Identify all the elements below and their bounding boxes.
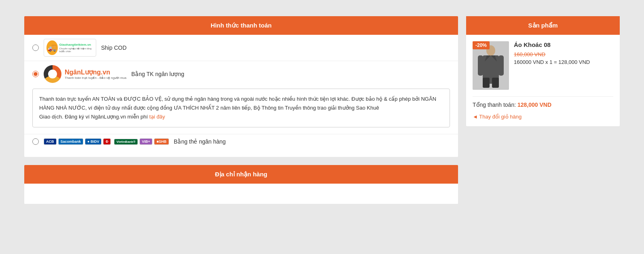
nganluong-brand-name: NgânLượng.vn (65, 68, 127, 76)
payment-radio-cod[interactable] (32, 44, 39, 51)
payment-header: Hình thức thanh toán (24, 16, 458, 35)
bank-label: Bằng thẻ ngân hàng (174, 138, 226, 145)
product-header: Sản phẩm (466, 16, 620, 35)
product-item: -20% (473, 41, 613, 90)
total-label: Tổng thanh toán: (473, 102, 516, 108)
payment-option-nganluong[interactable]: NgânLượng.vn Thanh toán trực tuyến - Bảo… (24, 61, 458, 87)
page-wrapper: Hình thức thanh toán 🚚 Giaohangtietkiem.… (0, 0, 644, 220)
nganluong-text: NgânLượng.vn Thanh toán trực tuyến - Bảo… (65, 68, 127, 80)
bank-logos-container: ACB Sacombank ● BIDV Đ VietinBank® VIB+ … (44, 138, 169, 145)
nganluong-description-text: Thanh toán trực tuyến AN TOÀN và ĐƯỢC BẢ… (39, 96, 436, 111)
address-header: Địa chỉ nhận hàng (24, 165, 458, 184)
svg-rect-4 (478, 55, 483, 76)
ghtk-icon: 🚚 (46, 40, 58, 55)
payment-option-bank[interactable]: ACB Sacombank ● BIDV Đ VietinBank® VIB+ … (24, 134, 458, 149)
change-cart-label: ◄ Thay đổi giỏ hàng (473, 114, 522, 120)
price-detail: 160000 VND x 1 = 128,000 VND (514, 59, 613, 65)
nganluong-register-link[interactable]: tại đây (149, 114, 165, 120)
address-body (24, 184, 458, 204)
payment-option-cod[interactable]: 🚚 Giaohangtietkiem.vn Chuyên nghiệp tiết… (24, 35, 458, 61)
nganluong-description-box: Thanh toán trực tuyến AN TOÀN và ĐƯỢC BẢ… (32, 89, 450, 127)
nganluong-circle-icon (44, 65, 61, 83)
address-card: Địa chỉ nhận hàng (24, 165, 458, 204)
svg-rect-5 (498, 55, 504, 76)
product-card: Sản phẩm -20% (466, 16, 620, 126)
svg-rect-6 (483, 78, 490, 88)
nganluong-tagline: Thanh toán trực tuyến - Bảo vệ người mua (65, 76, 127, 80)
right-panel: Sản phẩm -20% (466, 16, 620, 204)
payment-radio-bank[interactable] (32, 138, 39, 145)
bank-sacombank: Sacombank (58, 138, 84, 145)
discount-badge: -20% (473, 41, 490, 49)
product-info: Áo Khoác 08 160,000 VND 160000 VND x 1 =… (514, 41, 613, 65)
bank-dunno: Đ (103, 138, 111, 145)
bank-vib: VIB+ (139, 138, 152, 145)
nganluong-logo: NgânLượng.vn Thanh toán trực tuyến - Bảo… (44, 65, 127, 83)
bank-acb: ACB (44, 138, 57, 145)
payment-radio-nganluong[interactable] (32, 71, 39, 77)
product-name: Áo Khoác 08 (514, 41, 613, 48)
ghtk-brand: Giaohangtietkiem.vn (59, 43, 93, 47)
price-original: 160,000 VND (514, 51, 613, 57)
product-image-wrapper: -20% (473, 41, 509, 90)
svg-rect-7 (492, 78, 499, 88)
ghtk-logo: 🚚 Giaohangtietkiem.vn Chuyên nghiệp tiết… (44, 39, 96, 57)
bank-shb: ■SHB (154, 138, 169, 145)
left-panel: Hình thức thanh toán 🚚 Giaohangtietkiem.… (24, 16, 458, 204)
nganluong-label: Bằng TK ngân lượng (131, 71, 184, 77)
coat-svg (477, 43, 505, 88)
ghtk-subtitle: Chuyên nghiệp tiết kiệm tăng bước chân (59, 47, 93, 53)
payment-card: Hình thức thanh toán 🚚 Giaohangtietkiem.… (24, 16, 458, 157)
bank-bidv: ● BIDV (85, 138, 101, 145)
change-cart-link[interactable]: ◄ Thay đổi giỏ hàng (473, 114, 613, 120)
total-amount: 128,000 VND (517, 102, 551, 108)
nganluong-register-text: Giao dịch. Đăng ký ví NgânLượng.vn miễn … (39, 114, 149, 120)
total-row: Tổng thanh toán: 128,000 VND (473, 96, 613, 108)
bank-vietinbank: VietinBank® (114, 139, 138, 145)
cod-label: Ship COD (101, 44, 127, 51)
